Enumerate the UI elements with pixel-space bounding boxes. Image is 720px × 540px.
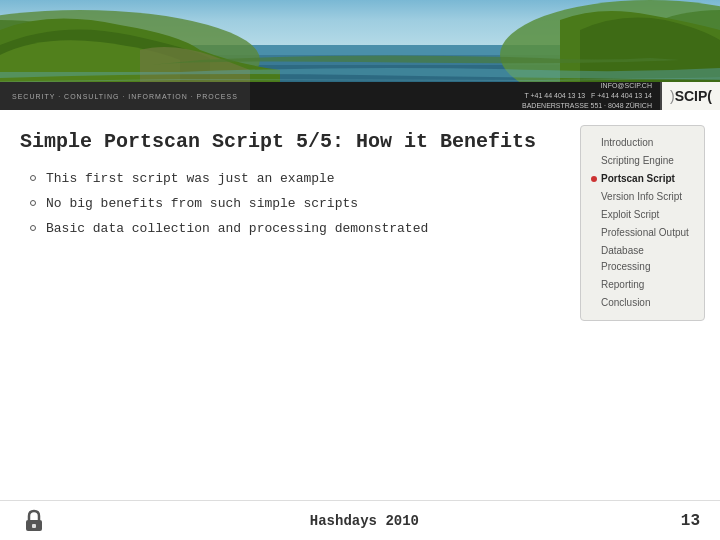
header-nav: SECURITY · CONSULTING · INFORMATION · PR… bbox=[0, 82, 250, 110]
no-dot bbox=[591, 194, 597, 200]
header-contact: INFO@SCIP.CH T +41 44 404 13 13 F +41 44… bbox=[514, 81, 660, 110]
nav-item-reporting[interactable]: Reporting bbox=[587, 276, 698, 294]
nav-panel: Introduction Scripting Engine Portscan S… bbox=[580, 125, 705, 321]
email-text: INFO@SCIP.CH bbox=[522, 81, 652, 91]
footer: Hashdays 2010 13 bbox=[0, 500, 720, 540]
nav-item-database-processing[interactable]: Database Processing bbox=[587, 242, 698, 276]
nav-bar: SECURITY · CONSULTING · INFORMATION · PR… bbox=[0, 82, 250, 110]
nav-text: SECURITY · CONSULTING · INFORMATION · PR… bbox=[12, 93, 238, 100]
no-dot bbox=[591, 158, 597, 164]
main-content: Simple Portscan Script 5/5: How it Benef… bbox=[0, 110, 720, 500]
logo-text: )SCIP( bbox=[670, 88, 712, 104]
bullet-text: This first script was just an example bbox=[46, 171, 335, 186]
no-dot bbox=[591, 230, 597, 236]
nav-item-version-info[interactable]: Version Info Script bbox=[587, 188, 698, 206]
nav-item-scripting-engine[interactable]: Scripting Engine bbox=[587, 152, 698, 170]
footer-page-number: 13 bbox=[681, 512, 700, 530]
header-right: INFO@SCIP.CH T +41 44 404 13 13 F +41 44… bbox=[514, 82, 720, 110]
header-bar: SECURITY · CONSULTING · INFORMATION · PR… bbox=[0, 82, 720, 110]
active-dot bbox=[591, 176, 597, 182]
nav-item-conclusion[interactable]: Conclusion bbox=[587, 294, 698, 312]
footer-logo-icon bbox=[20, 507, 48, 535]
svg-rect-8 bbox=[32, 524, 36, 528]
no-dot bbox=[591, 300, 597, 306]
footer-event: Hashdays 2010 bbox=[310, 513, 419, 529]
no-dot bbox=[591, 256, 597, 262]
bullet-icon bbox=[30, 200, 36, 206]
no-dot bbox=[591, 282, 597, 288]
nav-item-introduction[interactable]: Introduction bbox=[587, 134, 698, 152]
bullet-icon bbox=[30, 225, 36, 231]
header-image: SECURITY · CONSULTING · INFORMATION · PR… bbox=[0, 0, 720, 110]
nav-item-professional-output[interactable]: Professional Output bbox=[587, 224, 698, 242]
no-dot bbox=[591, 140, 597, 146]
bullet-icon bbox=[30, 175, 36, 181]
footer-logo-area bbox=[20, 507, 48, 535]
phone-text: T +41 44 404 13 13 F +41 44 404 13 14 bbox=[522, 91, 652, 101]
nav-item-portscan-script[interactable]: Portscan Script bbox=[587, 170, 698, 188]
no-dot bbox=[591, 212, 597, 218]
bullet-text: No big benefits from such simple scripts bbox=[46, 196, 358, 211]
nav-item-exploit-script[interactable]: Exploit Script bbox=[587, 206, 698, 224]
address-text: BADENERSTRASSE 551 · 8048 ZÜRICH bbox=[522, 101, 652, 110]
bullet-text: Basic data collection and processing dem… bbox=[46, 221, 428, 236]
scip-logo: )SCIP( bbox=[660, 82, 720, 110]
